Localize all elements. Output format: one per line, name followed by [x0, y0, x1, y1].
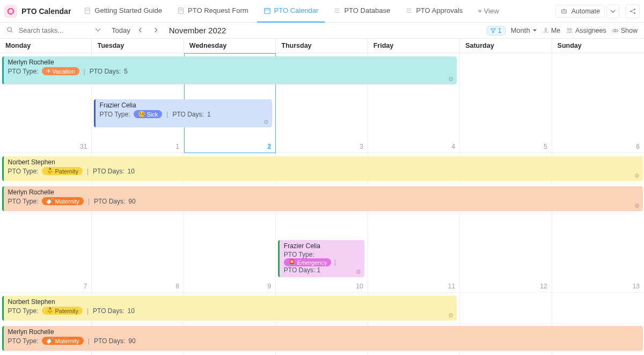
pto-days-value: 5: [124, 68, 128, 75]
share-icon: [629, 8, 636, 15]
gear-icon[interactable]: ⚙: [634, 172, 640, 179]
pto-days-label: PTO Days:: [93, 307, 124, 315]
day-header-thu: Thursday: [276, 39, 368, 53]
day-number: 12: [540, 282, 547, 290]
me-filter[interactable]: Me: [543, 27, 560, 34]
tab-pto-database[interactable]: PTO Database: [327, 0, 397, 23]
day-header-tue: Tuesday: [92, 39, 184, 53]
svg-point-13: [570, 28, 572, 30]
pto-days-value: 1: [207, 111, 211, 118]
view-mode-label: Month: [511, 26, 530, 34]
event-merlyn-vacation[interactable]: Merlyn Rochelle PTO Type: ✈ Vacation | P…: [2, 56, 457, 84]
day-header-sat: Saturday: [460, 39, 552, 53]
pto-days-value: 1: [317, 266, 321, 274]
event-title: Merlyn Rochelle: [8, 59, 452, 66]
pto-days-value: 90: [128, 198, 135, 205]
chevron-left-icon: [138, 27, 143, 33]
pto-type-label: PTO Type:: [8, 168, 39, 175]
tab-pto-calendar[interactable]: PTO Calendar: [257, 0, 325, 23]
tab-request-form[interactable]: PTO Request Form: [171, 0, 254, 23]
gear-icon[interactable]: ⚙: [634, 202, 640, 209]
add-view-button[interactable]: + View: [471, 7, 505, 15]
automate-caret[interactable]: [606, 4, 619, 18]
next-arrow[interactable]: [151, 26, 160, 34]
event-title: Merlyn Rochelle: [8, 328, 639, 336]
event-title: Norbert Stephen: [8, 298, 452, 306]
gear-icon[interactable]: ⚙: [264, 119, 269, 126]
people-icon: [566, 27, 573, 34]
doc-icon: [177, 7, 185, 15]
day-header-sun: Sunday: [552, 39, 644, 53]
filter-pill[interactable]: 1: [487, 26, 506, 35]
gear-icon[interactable]: ⚙: [356, 269, 361, 276]
doc-icon: [84, 7, 91, 15]
svg-rect-4: [562, 10, 567, 13]
pto-days-label: PTO Days:: [93, 168, 124, 175]
event-frazier-sick[interactable]: Frazier Celia PTO Type: 🤒 Sick | PTO Day…: [94, 99, 272, 127]
automate-button[interactable]: Automate: [555, 5, 605, 18]
robot-icon: [560, 8, 568, 15]
svg-point-14: [614, 30, 616, 31]
pto-type-label: PTO Type:: [100, 111, 130, 118]
tab-label: PTO Approvals: [416, 6, 463, 15]
show-toggle[interactable]: Show: [612, 27, 638, 34]
day-number: 9: [268, 282, 272, 290]
pto-days-label: PTO Days:: [94, 337, 125, 345]
tab-label: PTO Request Form: [188, 6, 248, 15]
assignees-label: Assignees: [575, 27, 606, 34]
gear-icon[interactable]: ⚙: [448, 76, 453, 83]
day-number: 4: [451, 143, 455, 150]
pto-type-label: PTO Type:: [8, 198, 39, 205]
month-label: November 2022: [169, 26, 226, 35]
tab-getting-started[interactable]: Getting Started Guide: [77, 0, 169, 23]
day-number: 8: [175, 282, 179, 290]
pto-days-label: PTO Days:: [94, 198, 125, 205]
badge-sick: 🤒 Sick: [134, 110, 163, 118]
tab-pto-approvals[interactable]: PTO Approvals: [399, 0, 469, 23]
event-title: Merlyn Rochelle: [8, 189, 639, 196]
share-button[interactable]: [626, 4, 640, 18]
chevron-right-icon: [153, 27, 158, 33]
badge-maternity: 🍼 Maternity: [42, 337, 84, 345]
automate-label: Automate: [571, 8, 600, 15]
day-header-wed: Wednesday: [184, 39, 276, 53]
pto-days-label: PTO Days:: [172, 111, 203, 118]
search-icon: [6, 26, 13, 35]
caret-down-icon: [532, 28, 537, 33]
pto-days-value: 10: [128, 307, 135, 315]
pto-type-label: PTO Type:: [8, 337, 39, 345]
view-mode-toggle[interactable]: Month: [511, 26, 537, 34]
filter-count: 1: [498, 27, 502, 34]
tab-label: PTO Calendar: [274, 6, 319, 15]
event-title: Frazier Celia: [100, 102, 268, 109]
event-norbert-paternity[interactable]: Norbert Stephen PTO Type: 👶 Paternity | …: [2, 296, 457, 321]
gear-icon[interactable]: ⚙: [448, 312, 453, 319]
event-merlyn-maternity[interactable]: Merlyn Rochelle PTO Type: 🍼 Maternity | …: [2, 326, 643, 351]
search-input[interactable]: [19, 27, 89, 34]
tab-label: PTO Database: [344, 6, 390, 15]
person-icon: [543, 27, 549, 34]
search-caret[interactable]: [95, 26, 101, 34]
badge-paternity: 👶 Paternity: [42, 307, 83, 315]
svg-point-10: [8, 27, 11, 31]
svg-point-12: [567, 28, 569, 30]
list-icon: [333, 7, 341, 15]
pto-type-label: PTO Type:: [8, 307, 39, 315]
eye-icon: [612, 27, 619, 34]
event-frazier-emergency[interactable]: Frazier Celia PTO Type: 🚨 Emergency | PT…: [278, 240, 364, 277]
day-cell[interactable]: 5: [460, 53, 552, 153]
day-number: 1: [175, 143, 179, 150]
today-button[interactable]: Today: [112, 26, 130, 34]
event-merlyn-maternity[interactable]: Merlyn Rochelle PTO Type: 🍼 Maternity | …: [2, 186, 643, 211]
assignees-filter[interactable]: Assignees: [566, 27, 606, 34]
filter-icon: [491, 28, 496, 33]
day-cell[interactable]: 6: [552, 53, 644, 153]
svg-point-0: [8, 9, 13, 14]
prev-arrow[interactable]: [136, 26, 145, 34]
calendar-header: Monday Tuesday Wednesday Thursday Friday…: [0, 39, 644, 53]
show-label: Show: [621, 27, 638, 34]
event-norbert-paternity[interactable]: Norbert Stephen PTO Type: 👶 Paternity | …: [2, 156, 643, 181]
list-icon: [405, 7, 413, 15]
svg-point-7: [630, 10, 632, 12]
day-number: 5: [544, 143, 547, 150]
